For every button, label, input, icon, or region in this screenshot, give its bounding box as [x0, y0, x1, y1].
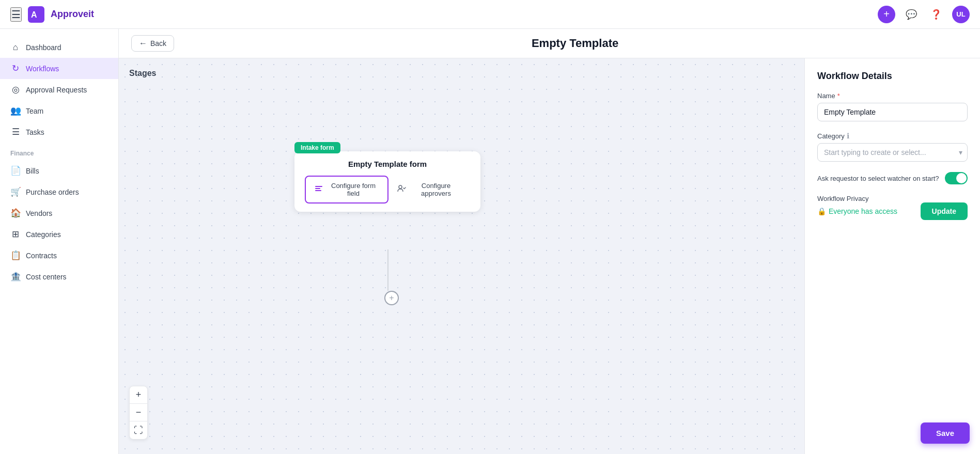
- messages-icon[interactable]: 💬: [903, 6, 920, 23]
- brand-name: Approveit: [51, 9, 94, 20]
- finance-section-label: Finance: [0, 143, 118, 160]
- watcher-toggle[interactable]: [945, 172, 968, 184]
- svg-rect-4: [315, 190, 321, 191]
- subheader: ← Back Empty Template: [119, 29, 980, 58]
- add-button[interactable]: +: [878, 6, 895, 23]
- stage-connector: [387, 249, 388, 291]
- sidebar-label-workflows: Workflows: [26, 65, 59, 73]
- sidebar-item-tasks[interactable]: ☰ Tasks: [0, 121, 118, 143]
- sidebar-label-categories: Categories: [26, 230, 61, 239]
- sidebar-label-approval: Approval Requests: [26, 86, 87, 94]
- dashboard-icon: ⌂: [10, 42, 21, 53]
- zoom-in-button[interactable]: +: [130, 386, 147, 404]
- sidebar-item-categories[interactable]: ⊞ Categories: [0, 224, 118, 245]
- sidebar-item-dashboard[interactable]: ⌂ Dashboard: [0, 37, 118, 58]
- contracts-icon: 📋: [10, 250, 21, 261]
- team-icon: 👥: [10, 105, 21, 116]
- main-content: ← Back Empty Template Stages Intake form…: [119, 29, 980, 454]
- stages-label: Stages: [129, 69, 156, 78]
- configure-approvers-label: Configure approvers: [410, 182, 462, 197]
- topbar-left: ☰ A Approveit: [10, 6, 94, 23]
- sidebar-label-team: Team: [26, 107, 43, 115]
- right-panel: Workflow Details Name* Category ℹ Start …: [804, 58, 980, 454]
- logo-icon: A: [28, 6, 44, 23]
- privacy-value: 🔒 Everyone has access: [817, 207, 897, 215]
- save-button[interactable]: Save: [921, 422, 970, 444]
- configure-form-label: Configure form field: [328, 182, 379, 197]
- sidebar-label-vendors: Vendors: [26, 209, 52, 217]
- sidebar-label-bills: Bills: [26, 167, 39, 175]
- workflows-icon: ↻: [10, 63, 21, 74]
- approvers-icon: [397, 184, 406, 195]
- back-arrow-icon: ←: [139, 39, 147, 48]
- configure-form-field-button[interactable]: Configure form field: [305, 176, 388, 203]
- sidebar-item-purchase-orders[interactable]: 🛒 Purchase orders: [0, 181, 118, 202]
- workflow-card: Intake form Empty Template form: [294, 151, 480, 212]
- lock-icon: 🔒: [817, 207, 826, 215]
- stages-canvas[interactable]: Stages Intake form Empty Template form: [119, 58, 804, 454]
- content-area: Stages Intake form Empty Template form: [119, 58, 980, 454]
- intake-form-badge: Intake form: [294, 142, 340, 153]
- name-field-group: Name*: [817, 92, 968, 121]
- category-label: Category ℹ: [817, 132, 968, 140]
- sidebar-label-dashboard: Dashboard: [26, 43, 61, 52]
- tasks-icon: ☰: [10, 127, 21, 137]
- workflow-privacy-label: Workflow Privacy: [817, 195, 968, 202]
- add-stage-button[interactable]: +: [384, 291, 399, 305]
- sidebar-item-workflows[interactable]: ↻ Workflows: [0, 58, 118, 79]
- sidebar: ⌂ Dashboard ↻ Workflows ◎ Approval Reque…: [0, 29, 119, 454]
- zoom-fit-button[interactable]: ⛶: [130, 421, 147, 439]
- toggle-label: Ask requestor to select watcher on start…: [817, 175, 941, 182]
- card-actions: Configure form field Configure approver: [305, 176, 470, 203]
- hamburger-menu[interactable]: ☰: [10, 7, 22, 22]
- form-field-icon: [314, 184, 323, 195]
- sidebar-item-cost-centers[interactable]: 🏦 Cost centers: [0, 266, 118, 287]
- update-button[interactable]: Update: [921, 202, 968, 220]
- topbar-right: + 💬 ❓ UL: [878, 6, 970, 23]
- back-label: Back: [150, 39, 166, 48]
- page-title: Empty Template: [532, 37, 618, 50]
- help-icon[interactable]: ❓: [927, 6, 945, 23]
- zoom-out-button[interactable]: −: [130, 404, 147, 421]
- purchase-orders-icon: 🛒: [10, 186, 21, 197]
- sidebar-label-purchase-orders: Purchase orders: [26, 188, 79, 196]
- toggle-knob: [956, 173, 967, 183]
- sidebar-item-bills[interactable]: 📄 Bills: [0, 160, 118, 181]
- vendors-icon: 🏠: [10, 208, 21, 218]
- layout: ⌂ Dashboard ↻ Workflows ◎ Approval Reque…: [0, 29, 980, 454]
- name-label: Name*: [817, 92, 968, 100]
- sidebar-label-contracts: Contracts: [26, 252, 57, 260]
- sidebar-label-tasks: Tasks: [26, 128, 44, 136]
- category-select[interactable]: Start typing to create or select...: [817, 143, 968, 162]
- form-title: Empty Template form: [305, 160, 470, 168]
- sidebar-item-approval-requests[interactable]: ◎ Approval Requests: [0, 79, 118, 100]
- bills-icon: 📄: [10, 165, 21, 176]
- svg-rect-3: [315, 188, 320, 189]
- sidebar-item-team[interactable]: 👥 Team: [0, 100, 118, 121]
- topbar: ☰ A Approveit + 💬 ❓ UL: [0, 0, 980, 29]
- categories-icon: ⊞: [10, 229, 21, 240]
- sidebar-item-contracts[interactable]: 📋 Contracts: [0, 245, 118, 266]
- zoom-controls: + − ⛶: [129, 386, 148, 440]
- svg-text:A: A: [31, 10, 37, 19]
- category-select-wrapper: Start typing to create or select... ▾: [817, 143, 968, 162]
- toggle-row: Ask requestor to select watcher on start…: [817, 172, 968, 184]
- name-input[interactable]: [817, 103, 968, 121]
- cost-centers-icon: 🏦: [10, 271, 21, 282]
- category-info-icon: ℹ: [847, 132, 849, 140]
- category-field-group: Category ℹ Start typing to create or sel…: [817, 132, 968, 162]
- privacy-row: 🔒 Everyone has access Update: [817, 202, 968, 220]
- back-button[interactable]: ← Back: [131, 35, 174, 52]
- user-avatar[interactable]: UL: [952, 6, 970, 23]
- svg-point-5: [399, 185, 402, 189]
- name-required: *: [837, 92, 840, 100]
- sidebar-item-vendors[interactable]: 🏠 Vendors: [0, 202, 118, 224]
- svg-rect-2: [315, 186, 322, 187]
- configure-approvers-button[interactable]: Configure approvers: [388, 176, 470, 203]
- approval-icon: ◎: [10, 84, 21, 95]
- sidebar-label-cost-centers: Cost centers: [26, 273, 67, 281]
- panel-title: Workflow Details: [817, 71, 968, 82]
- privacy-field-group: Workflow Privacy 🔒 Everyone has access U…: [817, 195, 968, 220]
